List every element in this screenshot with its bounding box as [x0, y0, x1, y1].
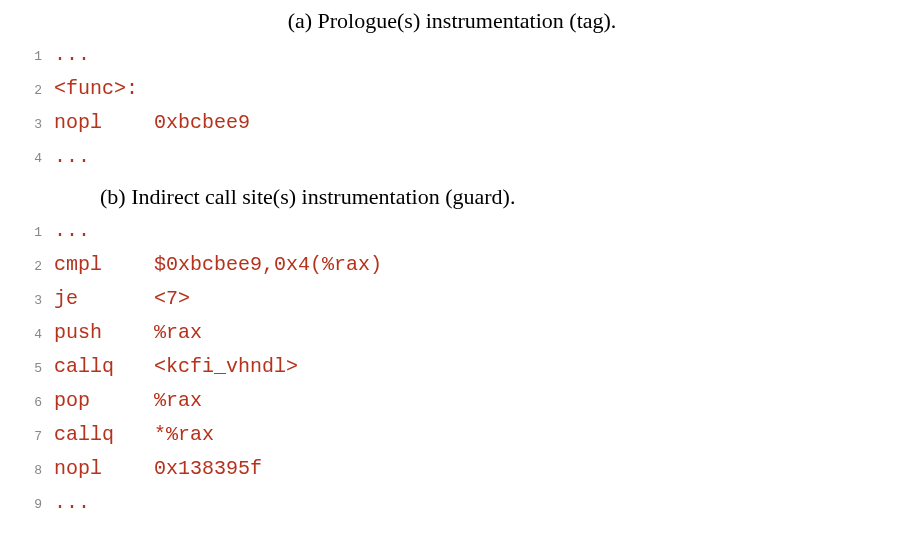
operand: %rax: [154, 316, 202, 350]
code-line: 6 pop %rax: [20, 384, 904, 418]
operand: 0xbcbee9: [154, 106, 250, 140]
mnemonic: push: [54, 316, 154, 350]
lineno: 8: [20, 460, 42, 482]
mnemonic: ...: [54, 140, 154, 174]
caption-a: (a) Prologue(s) instrumentation (tag).: [0, 8, 904, 34]
code-line: 2 <func>:: [20, 72, 904, 106]
mnemonic: <func>:: [54, 72, 154, 106]
operand: <7>: [154, 282, 190, 316]
operand: *%rax: [154, 418, 214, 452]
operand: %rax: [154, 384, 202, 418]
code-line: 5 callq <kcfi_vhndl>: [20, 350, 904, 384]
code-line: 4 push %rax: [20, 316, 904, 350]
mnemonic: nopl: [54, 106, 154, 140]
lineno: 1: [20, 222, 42, 244]
lineno: 2: [20, 256, 42, 278]
mnemonic: je: [54, 282, 154, 316]
mnemonic: pop: [54, 384, 154, 418]
lineno: 6: [20, 392, 42, 414]
lineno: 5: [20, 358, 42, 380]
code-line: 7 callq *%rax: [20, 418, 904, 452]
lineno: 9: [20, 494, 42, 516]
mnemonic: callq: [54, 350, 154, 384]
mnemonic: ...: [54, 486, 154, 520]
lineno: 1: [20, 46, 42, 68]
code-block-b: 1 ... 2 cmpl $0xbcbee9,0x4(%rax) 3 je <7…: [0, 214, 904, 520]
operand: <kcfi_vhndl>: [154, 350, 298, 384]
operand: $0xbcbee9,0x4(%rax): [154, 248, 382, 282]
lineno: 3: [20, 114, 42, 136]
caption-b: (b) Indirect call site(s) instrumentatio…: [0, 184, 904, 210]
code-line: 1 ...: [20, 214, 904, 248]
mnemonic: nopl: [54, 452, 154, 486]
lineno: 2: [20, 80, 42, 102]
code-line: 3 je <7>: [20, 282, 904, 316]
lineno: 4: [20, 148, 42, 170]
operand: 0x138395f: [154, 452, 262, 486]
code-line: 9 ...: [20, 486, 904, 520]
code-block-a: 1 ... 2 <func>: 3 nopl 0xbcbee9 4 ...: [0, 38, 904, 174]
mnemonic: cmpl: [54, 248, 154, 282]
mnemonic: callq: [54, 418, 154, 452]
code-line: 1 ...: [20, 38, 904, 72]
code-line: 2 cmpl $0xbcbee9,0x4(%rax): [20, 248, 904, 282]
mnemonic: ...: [54, 38, 154, 72]
code-line: 3 nopl 0xbcbee9: [20, 106, 904, 140]
lineno: 4: [20, 324, 42, 346]
mnemonic: ...: [54, 214, 154, 248]
lineno: 7: [20, 426, 42, 448]
code-line: 4 ...: [20, 140, 904, 174]
code-line: 8 nopl 0x138395f: [20, 452, 904, 486]
lineno: 3: [20, 290, 42, 312]
